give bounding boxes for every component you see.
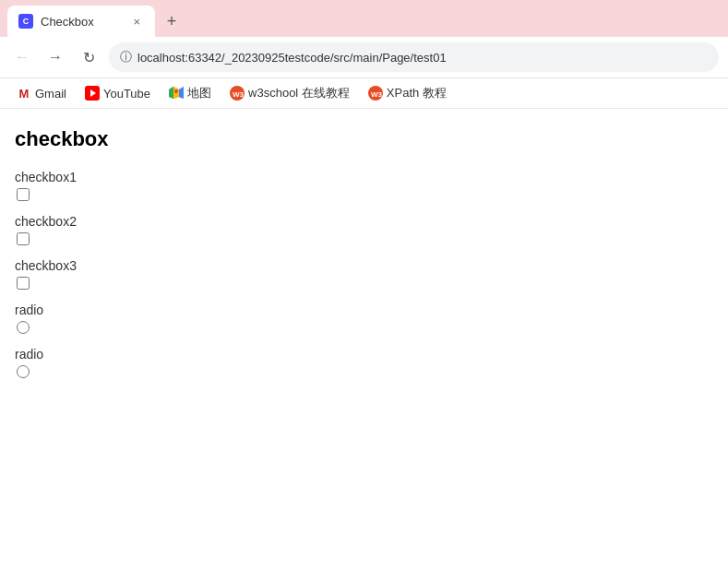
radio2-label: radio — [15, 347, 713, 362]
bookmark-youtube-label: YouTube — [103, 87, 150, 101]
tab-bar: C Checkbox × + — [0, 0, 728, 37]
address-text: localhost:63342/_20230925testcode/src/ma… — [137, 51, 447, 65]
bookmark-maps-label: 地图 — [187, 85, 211, 101]
new-tab-button[interactable]: + — [159, 8, 185, 34]
bookmark-maps[interactable]: 地图 — [161, 82, 219, 104]
refresh-button[interactable]: ↻ — [76, 44, 101, 70]
svg-text:W3: W3 — [233, 90, 245, 99]
active-tab[interactable]: C Checkbox × — [7, 6, 155, 37]
radio1-input[interactable] — [17, 321, 30, 334]
form-group-radio1: radio — [15, 303, 713, 338]
bookmark-gmail[interactable]: M Gmail — [9, 83, 74, 103]
refresh-icon: ↻ — [83, 49, 95, 66]
nav-bar: ← → ↻ ⓘ localhost:63342/_20230925testcod… — [0, 37, 728, 78]
bookmark-gmail-label: Gmail — [35, 87, 66, 101]
checkbox2-label: checkbox2 — [15, 214, 713, 229]
checkbox3-input[interactable] — [17, 277, 30, 290]
youtube-icon — [85, 86, 100, 101]
address-bar[interactable]: ⓘ localhost:63342/_20230925testcode/src/… — [109, 42, 719, 72]
bookmark-w3school[interactable]: W3 w3school 在线教程 — [222, 82, 357, 104]
svg-marker-3 — [169, 87, 173, 99]
back-icon: ← — [15, 49, 30, 65]
browser-chrome: C Checkbox × + ← → ↻ ⓘ localhost:63342/_… — [0, 0, 728, 533]
form-group-checkbox2: checkbox2 — [15, 214, 713, 249]
bookmark-xpath[interactable]: W3 XPath 教程 — [361, 82, 454, 104]
svg-marker-5 — [179, 87, 184, 99]
checkbox1-label: checkbox1 — [15, 170, 713, 184]
maps-icon — [169, 86, 184, 101]
forward-icon: → — [48, 49, 63, 65]
forward-button[interactable]: → — [42, 44, 68, 70]
tab-favicon: C — [18, 14, 33, 29]
form-group-checkbox3: checkbox3 — [15, 258, 713, 293]
bookmark-xpath-label: XPath 教程 — [387, 85, 447, 101]
radio2-input[interactable] — [17, 365, 30, 378]
page-heading: checkbox — [15, 127, 713, 151]
back-button[interactable]: ← — [9, 44, 35, 70]
w3school-icon: W3 — [230, 86, 245, 101]
radio1-label: radio — [15, 303, 713, 317]
bookmark-youtube[interactable]: YouTube — [78, 83, 158, 103]
bookmarks-bar: M Gmail YouTube — [0, 78, 728, 109]
page-content: checkbox checkbox1 checkbox2 checkbox3 r… — [0, 109, 728, 533]
svg-text:W3: W3 — [371, 90, 383, 99]
bookmark-w3school-label: w3school 在线教程 — [248, 85, 350, 101]
xpath-icon: W3 — [368, 86, 383, 101]
tab-close-button[interactable]: × — [129, 13, 144, 30]
svg-point-6 — [174, 89, 178, 93]
address-info-icon: ⓘ — [120, 49, 132, 65]
checkbox2-input[interactable] — [17, 232, 30, 245]
gmail-icon: M — [17, 86, 31, 101]
form-group-radio2: radio — [15, 347, 713, 382]
checkbox1-input[interactable] — [17, 188, 30, 201]
checkbox3-label: checkbox3 — [15, 258, 713, 273]
form-group-checkbox1: checkbox1 — [15, 170, 713, 205]
tab-title: Checkbox — [41, 15, 122, 29]
